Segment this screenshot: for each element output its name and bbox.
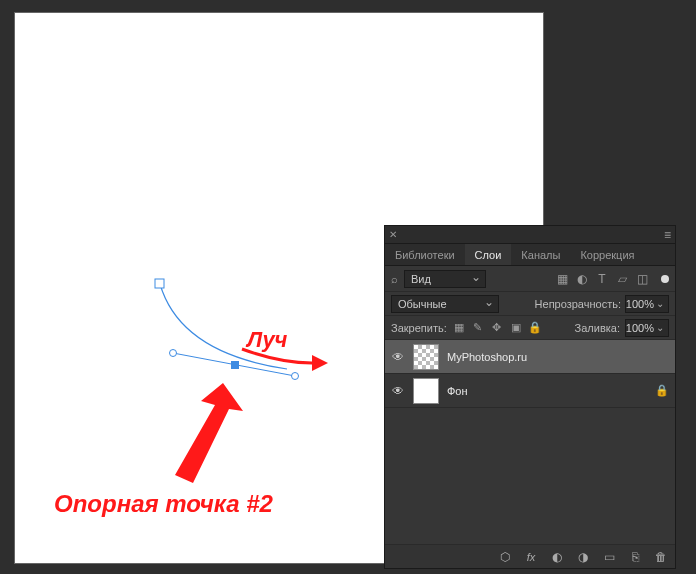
layers-panel: ✕ ≡ Библиотеки Слои Каналы Коррекция ⌕ В…: [384, 225, 676, 569]
lock-row: Закрепить: ▦ ✎ ✥ ▣ 🔒 Заливка: 100%⌄: [385, 316, 675, 340]
new-layer-icon[interactable]: ⎘: [627, 550, 643, 564]
link-layers-icon[interactable]: ⬡: [497, 550, 513, 564]
lock-all-icon[interactable]: 🔒: [528, 321, 542, 334]
fill-input[interactable]: 100%⌄: [625, 319, 669, 337]
visibility-icon[interactable]: 👁: [391, 384, 405, 398]
close-icon[interactable]: ✕: [389, 229, 397, 240]
blend-mode-value: Обычные: [398, 298, 447, 310]
mask-icon[interactable]: ◐: [549, 550, 565, 564]
search-icon: ⌕: [391, 273, 398, 285]
panel-tabs: Библиотеки Слои Каналы Коррекция: [385, 244, 675, 266]
lock-artboard-icon[interactable]: ▣: [509, 321, 523, 334]
ray-label: Луч: [247, 327, 287, 353]
fill-value: 100%: [626, 322, 654, 334]
delete-icon[interactable]: 🗑: [653, 550, 669, 564]
filter-adjustment-icon[interactable]: ◐: [575, 272, 589, 286]
svg-marker-5: [312, 355, 328, 371]
lock-pixels-icon[interactable]: ✎: [471, 321, 485, 334]
svg-rect-2: [231, 361, 239, 369]
layer-thumbnail[interactable]: [413, 378, 439, 404]
opacity-value: 100%: [626, 298, 654, 310]
fill-label: Заливка:: [575, 322, 620, 334]
anchor-point-label: Опорная точка #2: [54, 490, 273, 518]
filter-row: ⌕ Вид ▦ ◐ T ▱ ◫: [385, 266, 675, 292]
svg-marker-6: [175, 383, 243, 483]
svg-point-3: [170, 350, 177, 357]
filter-smart-icon[interactable]: ◫: [635, 272, 649, 286]
layer-list: 👁 MyPhotoshop.ru 👁 Фон 🔒: [385, 340, 675, 544]
lock-icon: 🔒: [655, 384, 669, 397]
filter-shape-icon[interactable]: ▱: [615, 272, 629, 286]
tab-adjustments[interactable]: Коррекция: [570, 244, 644, 265]
filter-pixel-icon[interactable]: ▦: [555, 272, 569, 286]
group-icon[interactable]: ▭: [601, 550, 617, 564]
filter-toggle[interactable]: [661, 275, 669, 283]
opacity-input[interactable]: 100%⌄: [625, 295, 669, 313]
opacity-label: Непрозрачность:: [535, 298, 621, 310]
svg-rect-1: [155, 279, 164, 288]
tab-layers[interactable]: Слои: [465, 244, 512, 265]
lock-transparency-icon[interactable]: ▦: [452, 321, 466, 334]
lock-position-icon[interactable]: ✥: [490, 321, 504, 334]
tab-channels[interactable]: Каналы: [511, 244, 570, 265]
blend-mode-select[interactable]: Обычные: [391, 295, 499, 313]
fx-icon[interactable]: fx: [523, 551, 539, 563]
panel-menu-icon[interactable]: ≡: [664, 228, 671, 242]
lock-label: Закрепить:: [391, 322, 447, 334]
panel-footer: ⬡ fx ◐ ◑ ▭ ⎘ 🗑: [385, 544, 675, 568]
layer-name-label: MyPhotoshop.ru: [447, 351, 527, 363]
panel-header: ✕ ≡: [385, 226, 675, 244]
filter-kind-label: Вид: [411, 273, 431, 285]
blend-row: Обычные Непрозрачность: 100%⌄: [385, 292, 675, 316]
layer-row[interactable]: 👁 MyPhotoshop.ru: [385, 340, 675, 374]
layer-name-label: Фон: [447, 385, 468, 397]
anchor-arrow-annotation: [145, 383, 245, 493]
filter-kind-select[interactable]: Вид: [404, 270, 486, 288]
adjustment-layer-icon[interactable]: ◑: [575, 550, 591, 564]
tab-libraries[interactable]: Библиотеки: [385, 244, 465, 265]
visibility-icon[interactable]: 👁: [391, 350, 405, 364]
layer-thumbnail[interactable]: [413, 344, 439, 370]
filter-type-icon[interactable]: T: [595, 272, 609, 286]
layer-row[interactable]: 👁 Фон 🔒: [385, 374, 675, 408]
